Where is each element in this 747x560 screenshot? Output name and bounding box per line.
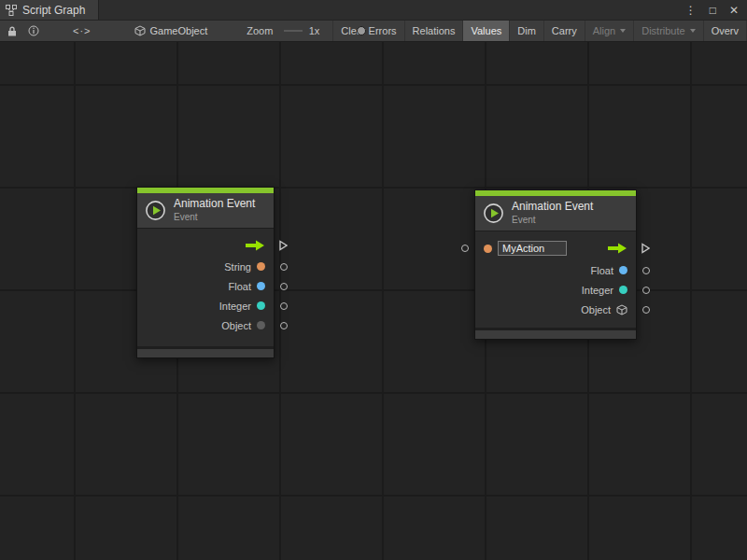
float-type-dot [257, 282, 265, 290]
chevron-down-icon [620, 29, 626, 33]
node-footer [475, 328, 636, 339]
flow-arrow-icon [246, 240, 265, 251]
gameobject-label: GameObject [150, 25, 208, 36]
tab-script-graph[interactable]: Script Graph [0, 0, 99, 20]
node-body: Float Integer Object [475, 231, 636, 328]
node-header[interactable]: Animation Event Event [475, 196, 636, 231]
node-footer [137, 346, 274, 357]
port-label: String [224, 261, 251, 273]
output-row-integer: Integer [137, 296, 274, 315]
output-row-string: String [137, 257, 274, 276]
close-icon[interactable]: ✕ [729, 5, 739, 16]
output-row-object: Object [137, 315, 274, 335]
distribute-button[interactable]: Distribute [633, 21, 702, 41]
port-label: Integer [219, 301, 251, 312]
relations-button[interactable]: Relations [404, 21, 463, 41]
chevron-down-icon [690, 29, 696, 33]
event-play-icon [145, 200, 166, 221]
output-row-integer: Integer [475, 280, 636, 300]
string-type-dot [257, 262, 265, 271]
object-output-port[interactable] [642, 306, 650, 314]
graph-icon [6, 5, 17, 16]
dim-button[interactable]: Dim [509, 21, 543, 41]
node-animation-event-1[interactable]: Animation Event Event String [136, 187, 275, 358]
flow-arrow-icon [608, 243, 627, 254]
graph-toolbar: <·> GameObject Zoom 1x Clear Errors Rela… [0, 20, 747, 42]
integer-type-dot [619, 286, 627, 294]
zoom-slider-track [284, 30, 302, 32]
node-titles: Animation Event Event [512, 201, 593, 225]
overview-button[interactable]: Overv [703, 21, 747, 41]
name-input-row [475, 236, 636, 260]
zoom-slider[interactable] [284, 24, 302, 37]
port-label: Integer [582, 285, 613, 296]
maximize-icon[interactable]: □ [710, 5, 716, 16]
graph-canvas[interactable]: Animation Event Event String [0, 42, 747, 560]
float-output-port[interactable] [280, 283, 288, 290]
zoom-label: Zoom [247, 25, 273, 36]
gameobject-context[interactable]: GameObject [134, 25, 208, 36]
titlebar: Script Graph ⋮ □ ✕ [0, 0, 747, 20]
float-type-dot [619, 266, 627, 274]
tab-title: Script Graph [22, 4, 85, 17]
window-controls: ⋮ □ ✕ [685, 5, 747, 16]
node-subtitle: Event [512, 215, 593, 225]
event-play-icon [483, 203, 504, 224]
node-title: Animation Event [512, 201, 593, 213]
node-animation-event-2[interactable]: Animation Event Event Float [474, 189, 637, 340]
flow-output-port[interactable] [279, 240, 288, 251]
flow-output-port[interactable] [641, 243, 650, 254]
zoom-value: 1x [309, 25, 320, 36]
integer-type-dot [257, 301, 265, 310]
output-row-object: Object [475, 300, 636, 319]
node-body: String Float Integer Object [137, 229, 274, 346]
object-type-dot [257, 321, 265, 329]
port-label: Object [581, 304, 611, 315]
node-subtitle: Event [174, 212, 255, 222]
string-output-port[interactable] [280, 263, 288, 271]
port-label: Object [221, 320, 251, 331]
name-input-port[interactable] [461, 245, 469, 252]
clear-errors-button[interactable]: Clear Errors [332, 21, 403, 41]
window-menu-icon[interactable]: ⋮ [685, 5, 697, 16]
output-row-float: Float [137, 276, 274, 296]
port-label: Float [591, 265, 613, 276]
port-label: Float [229, 281, 251, 292]
code-toggle-icon[interactable]: <·> [73, 21, 92, 41]
node-titles: Animation Event Event [174, 198, 255, 222]
script-graph-window: Script Graph ⋮ □ ✕ <·> [0, 0, 747, 560]
gameobject-icon [134, 25, 146, 36]
object-output-port[interactable] [280, 322, 288, 329]
integer-output-port[interactable] [642, 287, 650, 294]
align-button[interactable]: Align [585, 21, 633, 41]
event-name-field[interactable] [498, 241, 567, 256]
float-output-port[interactable] [642, 267, 650, 274]
toolbar-buttons: Clear Errors Relations Values Dim Carry … [332, 21, 747, 41]
string-type-dot [484, 245, 492, 253]
carry-button[interactable]: Carry [543, 21, 585, 41]
lock-icon[interactable] [7, 21, 17, 41]
values-button[interactable]: Values [462, 21, 509, 41]
output-row-float: Float [475, 260, 636, 280]
integer-output-port[interactable] [280, 302, 288, 310]
info-icon[interactable] [28, 21, 39, 41]
object-cube-icon [616, 304, 627, 315]
node-header[interactable]: Animation Event Event [137, 193, 274, 229]
flow-output-row [137, 233, 274, 257]
node-title: Animation Event [174, 198, 255, 210]
